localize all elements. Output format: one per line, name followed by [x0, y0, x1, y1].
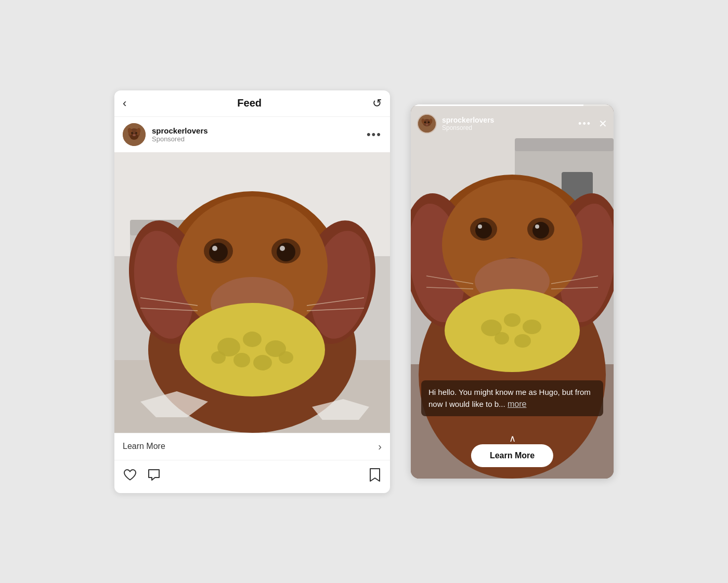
feed-left-actions	[123, 468, 161, 486]
story-user-info: sprockerlovers Sponsored	[442, 116, 494, 131]
story-more-options[interactable]: •••	[578, 118, 591, 129]
feed-card: ‹ Feed ↺ sprockerlovers Sponsored	[114, 90, 390, 493]
save-button[interactable]	[368, 468, 382, 486]
swipe-up-chevron-icon: ∧	[509, 433, 516, 444]
svg-point-24	[212, 246, 217, 251]
svg-point-28	[179, 303, 325, 396]
svg-point-56	[532, 222, 549, 239]
like-button[interactable]	[123, 468, 137, 486]
feed-learn-more-bar[interactable]: Learn More ›	[114, 433, 390, 460]
feed-post-user: sprockerlovers Sponsored	[123, 123, 208, 146]
svg-point-55	[475, 222, 492, 239]
story-caption-box: Hi hello. You might know me as Hugo, but…	[421, 380, 603, 416]
feed-title: Feed	[237, 97, 262, 109]
svg-point-65	[495, 332, 509, 344]
svg-point-23	[277, 243, 295, 261]
svg-point-7	[133, 134, 136, 136]
feed-post-header: sprockerlovers Sponsored •••	[114, 117, 390, 152]
svg-point-58	[535, 224, 539, 229]
comment-button[interactable]	[147, 468, 161, 486]
story-learn-more-button[interactable]: Learn More	[471, 444, 553, 467]
back-button[interactable]: ‹	[123, 97, 126, 110]
feed-actions	[114, 460, 390, 493]
svg-point-61	[445, 289, 580, 372]
svg-point-66	[514, 334, 531, 348]
avatar	[123, 123, 146, 146]
svg-point-76	[428, 122, 430, 124]
svg-point-63	[504, 313, 521, 327]
story-sponsored-label: Sponsored	[442, 124, 494, 131]
svg-point-57	[478, 224, 482, 229]
user-info: sprockerlovers Sponsored	[152, 126, 208, 143]
feed-post-image	[114, 152, 390, 433]
feed-learn-more-arrow-icon: ›	[378, 441, 382, 453]
svg-point-32	[233, 353, 250, 367]
svg-rect-43	[515, 138, 614, 151]
story-swipe-up: ∧	[509, 433, 516, 444]
feed-more-options[interactable]: •••	[367, 128, 382, 141]
svg-point-25	[280, 246, 285, 251]
feed-header: ‹ Feed ↺	[114, 90, 390, 117]
story-close-button[interactable]: ✕	[599, 117, 607, 130]
svg-point-5	[131, 132, 133, 134]
feed-sponsored: Sponsored	[152, 135, 208, 143]
svg-point-33	[253, 355, 272, 370]
story-card: sprockerlovers Sponsored ••• ✕ Hi hello.…	[411, 104, 614, 479]
story-user: sprockerlovers Sponsored	[417, 114, 494, 134]
story-progress-fill	[411, 104, 583, 106]
svg-point-75	[424, 122, 426, 124]
feed-username: sprockerlovers	[152, 126, 208, 135]
story-avatar	[417, 114, 437, 134]
svg-point-64	[523, 320, 541, 334]
svg-point-30	[243, 332, 262, 347]
svg-point-77	[426, 124, 428, 125]
svg-point-6	[135, 132, 137, 134]
story-username: sprockerlovers	[442, 116, 494, 124]
refresh-button[interactable]: ↺	[372, 97, 382, 110]
feed-learn-more-text: Learn More	[123, 442, 165, 451]
story-header-right: ••• ✕	[578, 117, 607, 130]
story-caption-more[interactable]: more	[508, 400, 526, 408]
svg-point-22	[209, 243, 228, 261]
story-progress-bar	[411, 104, 614, 106]
story-header: sprockerlovers Sponsored ••• ✕	[411, 110, 614, 138]
svg-point-34	[211, 351, 226, 364]
svg-point-35	[279, 351, 293, 364]
story-image	[411, 104, 614, 479]
